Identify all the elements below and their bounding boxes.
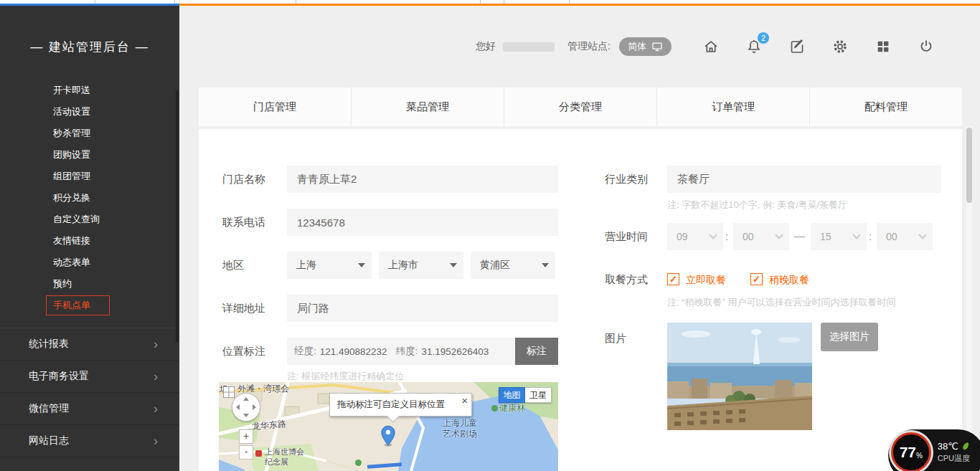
start-hour-select[interactable]: 09 <box>667 223 723 250</box>
store-photo-image <box>667 323 812 430</box>
sidebar-item-label: 组团管理 <box>53 171 90 181</box>
screen: — 建站管理后台 — 开卡即送 活动设置 秒杀管理 团购设置 组团管理 积分兑换… <box>0 0 980 471</box>
time-dash: — <box>794 229 805 242</box>
page-scrollbar[interactable] <box>966 126 972 471</box>
choose-image-button[interactable]: 选择图片 <box>821 323 878 351</box>
monitor-icon <box>651 41 663 52</box>
sidebar-item-label: 预约 <box>53 278 72 289</box>
map-zoom-in-button[interactable]: + <box>239 429 253 444</box>
store-name-input[interactable]: 青青原上草2 <box>287 166 558 193</box>
check-icon: ✓ <box>753 274 760 285</box>
sidebar-item-label: 动态表单 <box>53 257 90 267</box>
immediate-pickup-label[interactable]: 立即取餐 <box>686 274 726 287</box>
app-title: — 建站管理后台 — <box>0 39 179 55</box>
language-label: 简体 <box>628 40 646 53</box>
map-marker-pin[interactable] <box>380 425 396 449</box>
end-hour-select[interactable]: 15 <box>811 223 867 250</box>
main-area: 您好 管理站点: 简体 2 <box>179 6 980 471</box>
sidebar-section-ecommerce-settings[interactable]: 电子商务设置 › <box>0 361 179 393</box>
satellite-view-button[interactable]: 卫星 <box>525 387 552 403</box>
pickup-note: 注: “稍晚取餐” 用户可以选择在营业时间内选择取餐时间 <box>667 296 896 309</box>
sidebar-item-friend-links[interactable]: 友情链接 <box>0 230 179 252</box>
region-label: 地区 <box>222 259 244 272</box>
sidebar-item-team-group[interactable]: 组团管理 <box>0 166 179 187</box>
phone-value: 12345678 <box>297 217 345 229</box>
checkbox-immediate-pickup[interactable]: ✓ <box>667 273 679 285</box>
industry-input[interactable]: 茶餐厅 <box>667 166 941 193</box>
checkbox-later-pickup[interactable]: ✓ <box>750 273 763 285</box>
tab-store-management[interactable]: 门店管理 <box>199 87 352 126</box>
pan-left-icon <box>236 404 240 410</box>
section-label: 微信管理 <box>29 402 69 415</box>
notifications-button[interactable]: 2 <box>745 37 763 56</box>
address-value: 局门路 <box>297 302 329 315</box>
sidebar-sections: 统计报表 › 电子商务设置 › 微信管理 › 网站日志 › <box>0 328 179 457</box>
settings-button[interactable] <box>831 37 849 56</box>
sidebar-item-custom-query[interactable]: 自定义查询 <box>0 209 179 230</box>
sidebar-scrollbar[interactable] <box>176 90 179 343</box>
province-select[interactable]: 上海 <box>287 252 372 279</box>
language-button[interactable]: 简体 <box>619 37 672 56</box>
tab-order-management[interactable]: 订单管理 <box>657 87 810 126</box>
sidebar-section-site-logs[interactable]: 网站日志 › <box>0 425 179 457</box>
sidebar-section-wechat[interactable]: 微信管理 › <box>0 393 179 425</box>
store-photo <box>667 323 812 430</box>
longitude-value: 121.490882232 <box>320 346 387 357</box>
sidebar-item-label: 活动设置 <box>53 106 90 117</box>
store-name-value: 青青原上草2 <box>297 173 357 186</box>
map-zoom-out-button[interactable]: - <box>239 445 253 460</box>
apps-button[interactable] <box>874 37 892 56</box>
tab-ingredient-management[interactable]: 配料管理 <box>810 87 962 126</box>
sidebar-item-label: 自定义查询 <box>53 214 100 224</box>
store-name-label: 门店名称 <box>222 173 265 186</box>
phone-input[interactable]: 12345678 <box>287 209 558 236</box>
district-select[interactable]: 黄浦区 <box>471 252 555 279</box>
scrollbar-thumb[interactable] <box>966 128 972 203</box>
tab-category-management[interactable]: 分类管理 <box>504 87 657 126</box>
caret-down-icon <box>358 263 365 267</box>
sidebar-item-dynamic-forms[interactable]: 动态表单 <box>0 252 179 273</box>
mark-location-button[interactable]: 标注 <box>515 338 558 365</box>
sidebar-item-booking[interactable]: 预约 <box>0 273 179 295</box>
map-view-button[interactable]: 地图 <box>499 387 525 403</box>
apps-grid-icon <box>875 39 891 54</box>
chevron-right-icon: › <box>154 370 158 383</box>
start-minute-select[interactable]: 00 <box>733 223 789 250</box>
browser-chrome-strip <box>0 0 980 6</box>
logout-button[interactable] <box>917 37 936 56</box>
close-icon[interactable]: × <box>461 394 468 406</box>
sidebar-item-mobile-ordering[interactable]: 手机点单 <box>0 295 179 316</box>
map-overview-icon[interactable] <box>223 386 235 398</box>
end-minute-select[interactable]: 00 <box>877 223 933 250</box>
pickup-label: 取餐方式 <box>605 273 648 287</box>
sidebar-item-group-buy[interactable]: 团购设置 <box>0 144 179 166</box>
latitude-label: 纬度: <box>396 345 418 358</box>
cpu-usage-gauge: 77 % <box>891 432 931 471</box>
pan-right-icon <box>253 404 256 410</box>
home-button[interactable] <box>702 37 720 56</box>
later-pickup-label[interactable]: 稍晚取餐 <box>769 274 809 287</box>
sidebar-item-activity-settings[interactable]: 活动设置 <box>0 101 179 123</box>
chevron-down-icon <box>775 231 783 239</box>
cpu-temp-block: 38℃ CPU温度 <box>938 441 970 464</box>
compose-button[interactable] <box>788 37 806 56</box>
tab-dish-management[interactable]: 菜品管理 <box>352 87 504 126</box>
sidebar-section-statistics[interactable]: 统计报表 › <box>0 328 179 361</box>
tabbar: 门店管理 菜品管理 分类管理 订单管理 配料管理 <box>199 87 962 126</box>
map-label-theater: 上海儿童 艺术剧场 <box>443 418 477 439</box>
latitude-value: 31.1952626403 <box>421 346 489 357</box>
sidebar-item-points-exchange[interactable]: 积分兑换 <box>0 187 179 209</box>
caret-down-icon <box>542 263 549 267</box>
top-header: 您好 管理站点: 简体 2 <box>179 6 980 87</box>
chevron-down-icon <box>918 231 926 239</box>
address-input[interactable]: 局门路 <box>287 295 558 322</box>
chevron-right-icon: › <box>154 338 158 351</box>
sidebar-item-open-card-gift[interactable]: 开卡即送 <box>0 80 179 101</box>
sidebar-item-label: 友情链接 <box>53 235 90 246</box>
start-hour-value: 09 <box>677 231 688 242</box>
pin-icon <box>380 425 396 447</box>
city-select[interactable]: 上海市 <box>379 252 463 279</box>
industry-note: 注: 字数不超过10个字, 例: 美食/粤菜/茶餐厅 <box>667 199 847 211</box>
sidebar-item-flash-sale[interactable]: 秒杀管理 <box>0 123 179 144</box>
map-pan-control[interactable] <box>232 393 260 422</box>
